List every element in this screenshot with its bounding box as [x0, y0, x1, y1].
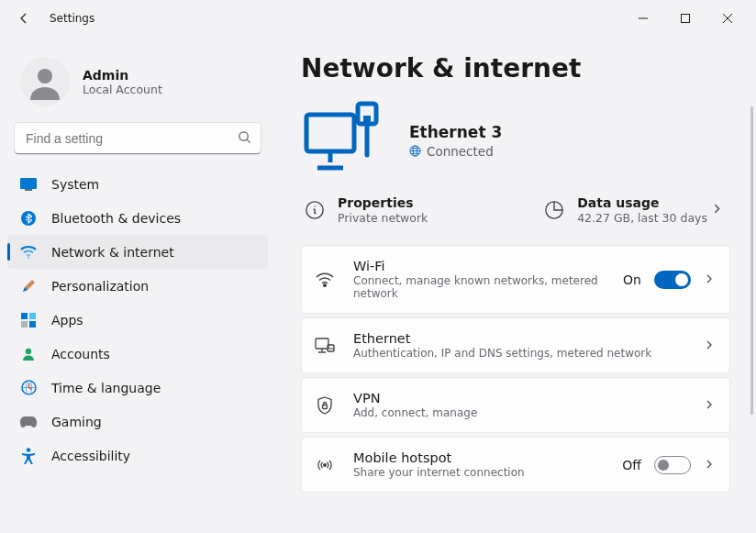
data-usage-icon [544, 200, 564, 220]
chevron-right-icon [704, 458, 715, 472]
chevron-right-icon [711, 203, 723, 215]
properties-link[interactable]: Properties Private network [305, 195, 544, 225]
arrow-left-icon [17, 11, 31, 26]
nav-apps[interactable]: Apps [7, 303, 268, 337]
search-icon [238, 130, 251, 147]
chevron-right-icon [704, 398, 715, 413]
nav-network[interactable]: Network & internet [7, 235, 268, 269]
search-input[interactable] [15, 123, 261, 154]
nav-label: Bluetooth & devices [51, 211, 181, 226]
nav-label: Time & language [51, 381, 161, 395]
system-icon [20, 176, 37, 193]
window-controls [622, 4, 749, 33]
brush-icon [20, 278, 37, 294]
nav-bluetooth[interactable]: Bluetooth & devices [7, 201, 268, 235]
svg-point-1 [38, 69, 52, 83]
hotspot-toggle-label: Off [622, 458, 641, 472]
vpn-title: VPN [353, 391, 685, 405]
card-vpn[interactable]: VPN Add, connect, manage [301, 377, 730, 433]
svg-point-11 [26, 348, 31, 353]
accessibility-icon [20, 448, 37, 464]
nav-label: Accessibility [51, 449, 130, 463]
hotspot-toggle[interactable] [654, 456, 691, 474]
connection-name: Ethernet 3 [409, 123, 502, 141]
wifi-toggle-label: On [623, 272, 641, 287]
profile-subtitle: Local Account [83, 83, 162, 96]
nav-time-language[interactable]: Time & language [7, 371, 268, 405]
chevron-right-icon [704, 272, 715, 287]
close-icon [723, 14, 732, 23]
vpn-sub: Add, connect, manage [353, 406, 685, 419]
profile-text: Admin Local Account [83, 68, 162, 96]
scrollbar[interactable] [750, 106, 753, 415]
minimize-button[interactable] [622, 4, 664, 33]
nav-gaming[interactable]: Gaming [7, 405, 268, 439]
svg-rect-15 [306, 115, 354, 151]
nav-label: Network & internet [51, 245, 174, 260]
svg-rect-10 [29, 321, 36, 328]
wifi-icon [20, 244, 37, 261]
settings-cards: Wi-Fi Connect, manage known networks, me… [301, 245, 730, 493]
avatar [20, 57, 70, 106]
svg-point-14 [27, 448, 31, 452]
page-title: Network & internet [301, 53, 730, 83]
svg-rect-3 [20, 178, 37, 189]
svg-rect-8 [29, 313, 36, 319]
data-usage-sub: 42.27 GB, last 30 days [577, 211, 707, 225]
ethernet-card-icon [315, 338, 335, 354]
back-button[interactable] [7, 2, 40, 35]
ethernet-sub: Authentication, IP and DNS settings, met… [353, 347, 685, 360]
wifi-toggle[interactable] [654, 271, 691, 289]
info-icon [305, 200, 325, 220]
nav-accessibility[interactable]: Accessibility [7, 439, 268, 472]
shield-lock-icon [315, 396, 335, 415]
connection-hero: Ethernet 3 Connected [301, 98, 730, 183]
nav-label: System [51, 177, 99, 192]
svg-rect-7 [21, 313, 28, 319]
card-hotspot[interactable]: Mobile hotspot Share your internet conne… [301, 437, 730, 493]
properties-title: Properties [338, 195, 428, 210]
properties-sub: Private network [338, 211, 428, 225]
wifi-sub: Connect, manage known networks, metered … [353, 274, 605, 300]
nav-label: Gaming [51, 415, 102, 429]
globe-icon [409, 145, 421, 157]
close-button[interactable] [706, 4, 749, 33]
maximize-icon [681, 14, 690, 23]
wifi-title: Wi-Fi [353, 259, 605, 273]
connection-text: Ethernet 3 Connected [409, 123, 502, 159]
chevron-right-icon [704, 339, 715, 353]
minimize-icon [639, 14, 648, 23]
svg-point-2 [239, 132, 248, 140]
card-wifi[interactable]: Wi-Fi Connect, manage known networks, me… [301, 245, 730, 314]
data-usage-link[interactable]: Data usage 42.27 GB, last 30 days [544, 195, 707, 225]
hotspot-icon [315, 457, 335, 473]
svg-rect-25 [323, 405, 328, 408]
data-usage-title: Data usage [577, 195, 707, 210]
window-title: Settings [50, 12, 94, 25]
nav: System Bluetooth & devices Network & int… [0, 167, 275, 472]
svg-rect-4 [25, 189, 32, 191]
connection-status: Connected [427, 144, 494, 159]
person-icon [20, 346, 37, 362]
clock-globe-icon [20, 380, 37, 396]
profile-name: Admin [83, 68, 162, 83]
nav-personalization[interactable]: Personalization [7, 269, 268, 303]
profile-block[interactable]: Admin Local Account [0, 44, 275, 123]
title-bar: Settings [0, 0, 756, 37]
svg-point-26 [324, 463, 327, 466]
maximize-button[interactable] [664, 4, 706, 33]
apps-icon [20, 312, 37, 328]
svg-point-6 [28, 256, 29, 258]
nav-system[interactable]: System [7, 167, 268, 201]
svg-rect-17 [363, 116, 371, 123]
hotspot-sub: Share your internet connection [353, 466, 604, 479]
hotspot-title: Mobile hotspot [353, 450, 604, 465]
card-ethernet[interactable]: Ethernet Authentication, IP and DNS sett… [301, 317, 730, 373]
prop-data-chevron [707, 203, 727, 217]
avatar-icon [27, 63, 63, 100]
gamepad-icon [20, 414, 37, 430]
svg-rect-23 [316, 339, 328, 349]
nav-label: Apps [51, 313, 83, 328]
svg-rect-0 [682, 15, 690, 23]
nav-accounts[interactable]: Accounts [7, 337, 268, 371]
